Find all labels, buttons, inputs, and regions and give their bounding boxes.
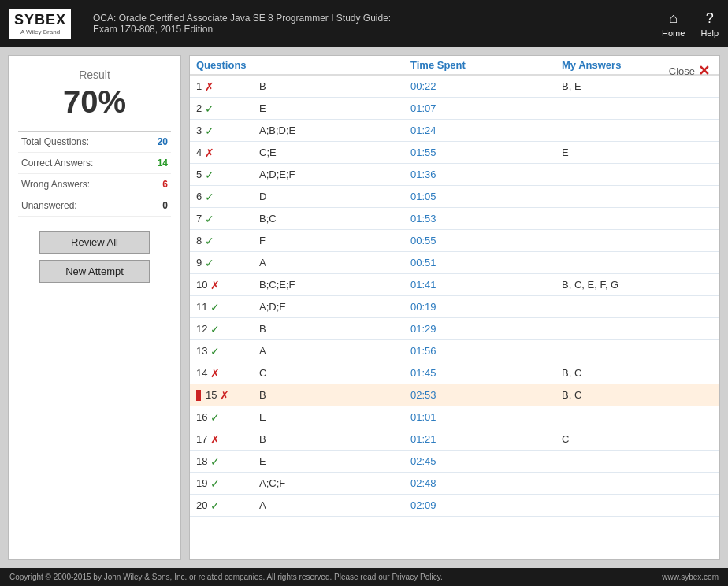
question-time: 02:48 — [410, 477, 562, 489]
question-answer: A — [259, 345, 410, 357]
stat-value: 14 — [158, 158, 168, 169]
stat-value: 6 — [162, 179, 168, 190]
correct-icon: ✓ — [205, 235, 214, 247]
question-number: 16 ✓ — [196, 411, 259, 424]
table-row[interactable]: 15 ✗ B 02:53 B, C — [190, 384, 719, 406]
question-answer: A — [259, 499, 410, 511]
table-row[interactable]: 19 ✓ A;C;F 02:48 — [190, 473, 719, 495]
column-headers: Questions Time Spent My Answers — [190, 56, 719, 76]
question-number: 4 ✗ — [196, 146, 259, 159]
table-row[interactable]: 9 ✓ A 00:51 — [190, 252, 719, 274]
table-row[interactable]: 11 ✓ A;D;E 00:19 — [190, 296, 719, 318]
table-row[interactable]: 1 ✗ B 00:22 B, E — [190, 76, 719, 98]
question-number: 5 ✓ — [196, 169, 259, 181]
questions-list[interactable]: 1 ✗ B 00:22 B, E 2 ✓ E 01:07 3 ✓ A;B;D;E… — [190, 76, 719, 559]
question-number: 1 ✗ — [196, 80, 259, 93]
correct-icon: ✓ — [210, 499, 220, 512]
footer-website: www.sybex.com — [662, 573, 719, 581]
main-content: Result 70% Total Questions: 20 Correct A… — [0, 47, 728, 568]
table-row[interactable]: 4 ✗ C;E 01:55 E — [190, 142, 719, 164]
question-number: 11 ✓ — [196, 301, 259, 313]
table-row[interactable]: 8 ✓ F 00:55 — [190, 230, 719, 252]
table-row[interactable]: 6 ✓ D 01:05 — [190, 186, 719, 208]
left-panel: Result 70% Total Questions: 20 Correct A… — [8, 55, 181, 560]
correct-icon: ✓ — [210, 323, 220, 336]
footer-copyright: Copyright © 2000-2015 by John Wiley & So… — [9, 573, 443, 581]
question-my-answer: E — [562, 146, 713, 158]
question-time: 00:51 — [410, 257, 562, 269]
question-answer: A;C;F — [259, 477, 410, 489]
question-time: 02:09 — [410, 499, 562, 511]
table-row[interactable]: 17 ✗ B 01:21 C — [190, 428, 719, 451]
table-row[interactable]: 10 ✗ B;C;E;F 01:41 B, C, E, F, G — [190, 274, 719, 296]
table-row[interactable]: 5 ✓ A;D;E;F 01:36 — [190, 164, 719, 186]
home-icon: ⌂ — [669, 10, 678, 27]
question-time: 01:07 — [410, 102, 562, 114]
logo-sybex-text: SYBEX — [14, 12, 66, 28]
question-time: 01:01 — [410, 411, 562, 423]
stat-label: Wrong Answers: — [21, 179, 90, 190]
table-row[interactable]: 16 ✓ E 01:01 — [190, 406, 719, 428]
question-time: 01:24 — [410, 124, 562, 136]
question-answer: B — [259, 433, 410, 445]
review-all-button[interactable]: Review All — [39, 231, 150, 254]
question-number: 10 ✗ — [196, 279, 259, 291]
new-attempt-button[interactable]: New Attempt — [39, 260, 150, 283]
help-icon: ? — [706, 10, 714, 27]
table-row[interactable]: 12 ✓ B 01:29 — [190, 318, 719, 340]
question-answer: B — [259, 80, 410, 92]
close-icon: ✕ — [698, 62, 710, 80]
col-header-questions: Questions — [196, 59, 259, 71]
question-number: 18 ✓ — [196, 455, 259, 468]
question-time: 01:36 — [410, 169, 562, 180]
close-button[interactable]: Close ✕ — [669, 62, 710, 80]
right-panel: Close ✕ Questions Time Spent My Answers … — [189, 55, 720, 560]
table-row[interactable]: 2 ✓ E 01:07 — [190, 98, 719, 120]
table-row[interactable]: 13 ✓ A 01:56 — [190, 340, 719, 362]
header-nav: ⌂ Home ? Help — [662, 10, 719, 38]
table-row[interactable]: 7 ✓ B;C 01:53 — [190, 208, 719, 230]
question-answer: B;C;E;F — [259, 279, 410, 291]
question-my-answer: C — [562, 433, 713, 445]
question-number: 2 ✓ — [196, 102, 259, 115]
question-my-answer: B, E — [562, 80, 713, 92]
footer: Copyright © 2000-2015 by John Wiley & So… — [0, 568, 728, 586]
question-answer: A — [259, 257, 410, 269]
question-my-answer: B, C — [562, 367, 713, 379]
col-header-time: Time Spent — [410, 59, 562, 71]
question-number: 8 ✓ — [196, 235, 259, 247]
nav-help[interactable]: ? Help — [700, 10, 719, 38]
nav-home-label: Home — [662, 28, 685, 38]
nav-home[interactable]: ⌂ Home — [662, 10, 685, 38]
table-row[interactable]: 20 ✓ A 02:09 — [190, 495, 719, 517]
question-number: 3 ✓ — [196, 124, 259, 137]
close-label: Close — [669, 65, 695, 77]
question-time: 02:53 — [410, 389, 562, 401]
logo-wiley-text: A Wiley Brand — [20, 28, 60, 35]
wrong-icon: ✗ — [220, 389, 229, 402]
question-time: 01:05 — [410, 191, 562, 202]
stat-row: Total Questions: 20 — [18, 132, 171, 153]
table-row[interactable]: 3 ✓ A;B;D;E 01:24 — [190, 120, 719, 142]
question-answer: E — [259, 411, 410, 423]
table-row[interactable]: 14 ✗ C 01:45 B, C — [190, 362, 719, 384]
correct-icon: ✓ — [205, 124, 214, 137]
question-number: 13 ✓ — [196, 345, 259, 358]
question-number: 19 ✓ — [196, 477, 259, 490]
correct-icon: ✓ — [205, 191, 214, 203]
table-row[interactable]: 18 ✓ E 02:45 — [190, 451, 719, 473]
question-number: 20 ✓ — [196, 499, 259, 512]
bookmark-icon — [196, 390, 201, 401]
question-time: 02:45 — [410, 455, 562, 467]
question-answer: D — [259, 191, 410, 202]
stat-row: Unanswered: 0 — [18, 195, 171, 217]
question-time: 01:56 — [410, 345, 562, 357]
question-time: 00:22 — [410, 80, 562, 92]
correct-icon: ✓ — [210, 301, 220, 313]
correct-icon: ✓ — [210, 455, 220, 468]
stat-label: Unanswered: — [21, 200, 77, 211]
wrong-icon: ✗ — [210, 279, 220, 291]
wrong-icon: ✗ — [210, 433, 220, 446]
correct-icon: ✓ — [210, 477, 220, 490]
question-answer: C;E — [259, 146, 410, 158]
